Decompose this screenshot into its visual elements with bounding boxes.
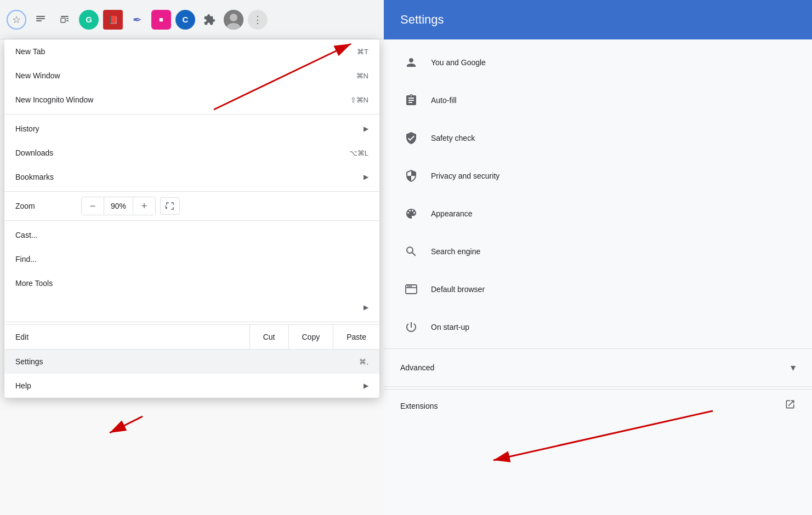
divider-4 <box>4 322 379 322</box>
appearance-label: Appearance <box>431 209 473 218</box>
menu-item-find[interactable]: More Tools <box>4 271 379 295</box>
bookmark-icon[interactable]: ☆ <box>7 10 26 30</box>
fullscreen-button[interactable] <box>160 197 180 215</box>
settings-item-safety-check[interactable]: Safety check <box>384 119 812 157</box>
svg-rect-4 <box>61 18 65 22</box>
new-tab-icon[interactable] <box>55 10 75 30</box>
svg-rect-6 <box>66 20 69 21</box>
zoom-plus-button[interactable]: + <box>133 197 155 215</box>
menu-item-help[interactable]: Help ▶ <box>4 374 379 398</box>
pink-icon[interactable]: ■ <box>151 10 171 30</box>
quill-icon[interactable]: ✒ <box>127 10 147 30</box>
more-menu-icon[interactable]: ⋮ <box>248 10 268 30</box>
palette-icon <box>400 203 422 225</box>
cast-label: Find... <box>15 255 368 264</box>
c-icon[interactable]: C <box>175 10 195 30</box>
cut-button[interactable]: Cut <box>249 325 288 349</box>
svg-rect-2 <box>36 20 42 21</box>
avatar-icon[interactable] <box>224 10 243 30</box>
shield-half-icon <box>400 165 422 187</box>
menu-item-cast[interactable]: Find... <box>4 247 379 271</box>
menu-item-downloads[interactable]: Downloads ⌥⌘L <box>4 141 379 165</box>
divider-3 <box>4 220 379 221</box>
browser-panel: ☆ G 📕 ✒ ■ C ⋮ New Tab ⌘T New Window <box>0 0 384 515</box>
downloads-label: Downloads <box>15 148 349 157</box>
power-icon <box>400 316 422 338</box>
settings-extensions-item[interactable]: Extensions <box>384 389 812 422</box>
extensions-label: Extensions <box>400 402 785 410</box>
divider-2 <box>4 191 379 192</box>
default-browser-label: Default browser <box>431 285 485 294</box>
bookmarks-arrow: ▶ <box>364 173 368 181</box>
you-google-label: You and Google <box>431 58 486 67</box>
autofill-label: Auto-fill <box>431 96 457 105</box>
find-label: More Tools <box>15 279 368 288</box>
person-icon <box>400 52 422 73</box>
paste-button[interactable]: Paste <box>333 325 379 349</box>
settings-item-autofill[interactable]: Auto-fill <box>384 82 812 119</box>
bookmarks-label: Bookmarks <box>15 173 364 181</box>
edit-row: Edit Cut Copy Paste <box>4 324 379 350</box>
settings-header: Settings <box>384 0 812 39</box>
menu-item-new-tab[interactable]: New Tab ⌘T <box>4 39 379 64</box>
zoom-controls: − 90% + <box>81 197 156 215</box>
puzzle-icon[interactable] <box>200 10 219 30</box>
edit-label: Edit <box>4 325 249 349</box>
safety-check-label: Safety check <box>431 134 475 142</box>
settings-advanced-section[interactable]: Advanced ▾ <box>384 351 812 384</box>
settings-item-privacy[interactable]: Privacy and security <box>384 157 812 195</box>
svg-rect-5 <box>66 18 69 19</box>
grammarly-icon[interactable]: G <box>79 10 99 30</box>
new-tab-shortcut: ⌘T <box>357 48 368 56</box>
svg-line-13 <box>110 416 143 433</box>
menu-item-new-incognito[interactable]: New Incognito Window ⇧⌘N <box>4 88 379 112</box>
settings-item-startup[interactable]: On start-up <box>384 308 812 346</box>
print-label: Cast... <box>15 231 368 239</box>
settings-item-default-browser[interactable]: Default browser <box>384 271 812 308</box>
history-label: History <box>15 124 364 133</box>
reader-icon[interactable] <box>31 10 50 30</box>
svg-rect-0 <box>36 16 45 17</box>
settings-title: Settings <box>400 13 444 27</box>
search-engine-label: Search engine <box>431 247 480 256</box>
new-window-shortcut: ⌘N <box>356 72 368 80</box>
advanced-arrow-icon: ▾ <box>791 362 796 374</box>
settings-item-you-google[interactable]: You and Google <box>384 44 812 82</box>
menu-item-bookmarks[interactable]: Bookmarks ▶ <box>4 165 379 189</box>
settings-label: Settings <box>15 357 359 366</box>
svg-rect-1 <box>36 18 45 19</box>
help-arrow: ▶ <box>364 382 368 390</box>
divider-1 <box>4 114 379 115</box>
menu-item-history[interactable]: History ▶ <box>4 117 379 141</box>
browser-icon <box>400 278 422 300</box>
advanced-label: Advanced <box>400 363 791 372</box>
menu-item-print[interactable]: Cast... <box>4 223 379 247</box>
settings-item-search[interactable]: Search engine <box>384 233 812 271</box>
downloads-shortcut: ⌥⌘L <box>349 149 368 157</box>
search-icon <box>400 241 422 262</box>
external-link-icon <box>785 399 796 413</box>
book-icon[interactable]: 📕 <box>103 10 123 30</box>
menu-item-settings[interactable]: Settings ⌘, <box>4 350 379 374</box>
svg-rect-3 <box>61 16 69 17</box>
history-arrow: ▶ <box>364 125 368 133</box>
settings-item-appearance[interactable]: Appearance <box>384 195 812 233</box>
new-incognito-shortcut: ⇧⌘N <box>350 96 368 104</box>
menu-item-more-tools[interactable]: ▶ <box>4 295 379 319</box>
settings-divider-1 <box>384 348 812 349</box>
help-label: Help <box>15 381 364 390</box>
zoom-label: Zoom <box>15 202 81 210</box>
settings-divider-2 <box>384 386 812 387</box>
browser-toolbar: ☆ G 📕 ✒ ■ C ⋮ <box>0 0 384 39</box>
zoom-minus-button[interactable]: − <box>82 197 104 215</box>
copy-button[interactable]: Copy <box>288 325 333 349</box>
new-incognito-label: New Incognito Window <box>15 95 350 104</box>
shield-check-icon <box>400 127 422 149</box>
new-window-label: New Window <box>15 71 356 80</box>
settings-nav: You and Google Auto-fill Safety check Pr… <box>384 39 812 515</box>
new-tab-label: New Tab <box>15 47 357 56</box>
menu-item-new-window[interactable]: New Window ⌘N <box>4 64 379 88</box>
settings-shortcut: ⌘, <box>359 358 368 366</box>
privacy-security-label: Privacy and security <box>431 171 499 180</box>
more-tools-arrow: ▶ <box>364 304 368 311</box>
